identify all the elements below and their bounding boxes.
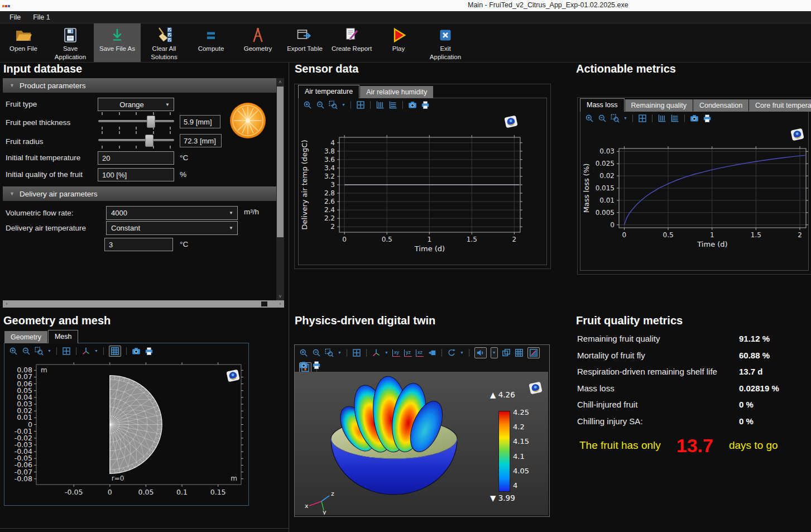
actionable-tab[interactable]: Condensation	[693, 99, 748, 112]
actionable-tab[interactable]: Mass loss	[580, 98, 625, 112]
flow-rate-dropdown[interactable]: 4000 ▼	[106, 206, 238, 220]
scene-icon[interactable]	[502, 348, 511, 357]
toolbar-separator	[370, 101, 371, 109]
toolbar-button[interactable]: Geometry	[234, 23, 281, 62]
geometry-mesh-tab[interactable]: Geometry	[4, 331, 47, 343]
delivery-temp-input[interactable]	[104, 238, 173, 251]
toolbar-separator	[103, 347, 104, 355]
toolbar-button[interactable]: Play	[375, 23, 422, 62]
zoom-out-icon[interactable]	[316, 100, 325, 109]
camera-icon[interactable]	[690, 114, 699, 123]
fit-icon[interactable]	[356, 100, 365, 109]
chevron-down-icon[interactable]: ▼	[460, 348, 464, 357]
chevron-down-icon[interactable]: ▼	[385, 348, 388, 357]
toolbar-button[interactable]: Exit Application	[422, 23, 469, 62]
grid-h-icon[interactable]	[388, 100, 397, 109]
zoom-box-icon[interactable]	[611, 114, 620, 123]
zoom-box-icon[interactable]	[329, 100, 338, 109]
zoom-in-icon[interactable]	[585, 114, 594, 123]
menu-item[interactable]: File	[3, 13, 27, 21]
view-xy-button[interactable]: xy	[392, 349, 400, 357]
chevron-down-icon[interactable]: ▼	[342, 100, 345, 109]
toolbar-button[interactable]: Save File As	[94, 23, 141, 62]
scroll-down-icon[interactable]: ˅	[276, 293, 284, 300]
rotate-icon[interactable]	[447, 348, 456, 357]
print-icon[interactable]	[145, 347, 153, 356]
view-xz-button[interactable]: xz	[416, 349, 424, 357]
camera-icon[interactable]	[299, 361, 308, 370]
chevron-down-icon[interactable]: ▼	[47, 347, 51, 356]
initial-temp-input[interactable]	[98, 151, 174, 165]
zoom-out-icon[interactable]	[22, 347, 31, 356]
fruit-radius-slider[interactable]	[98, 131, 174, 149]
print-icon[interactable]	[703, 114, 712, 123]
perspective-icon[interactable]	[428, 348, 436, 357]
toolbar-button[interactable]: Compute	[188, 23, 234, 62]
fit-icon[interactable]	[62, 347, 71, 356]
window-titlebar[interactable]: Main - FruiTed_v2_Citrus_App_Exp-01.02.2…	[0, 0, 811, 11]
scrollbar-thumb[interactable]	[277, 87, 284, 237]
zoom-out-icon[interactable]	[598, 114, 607, 123]
zoom-box-icon[interactable]	[35, 347, 44, 356]
axes3d-icon[interactable]	[81, 347, 90, 356]
initial-quality-input[interactable]	[98, 168, 174, 181]
initial-temp-label: Initial fruit temperature	[6, 154, 80, 162]
scroll-left-icon[interactable]: ‹	[3, 300, 11, 308]
sensor-tab[interactable]: Air temperature	[298, 85, 359, 98]
zoom-in-icon[interactable]	[299, 348, 308, 357]
fruit-type-dropdown[interactable]: Orange ▼	[98, 98, 174, 111]
light-icon[interactable]	[476, 348, 485, 357]
chevron-down-icon[interactable]: ▼	[338, 348, 342, 357]
scrollbar-thumb[interactable]	[261, 301, 267, 306]
sensor-tab[interactable]: Air relative humidity	[360, 86, 433, 98]
mass-loss-chart: 00.511.5200.0050.010.0150.020.0250.03Tim…	[581, 126, 810, 262]
input-horizontal-scrollbar[interactable]: ‹ ›	[3, 300, 284, 308]
print-icon[interactable]	[312, 361, 321, 370]
grid-h-icon[interactable]	[670, 114, 679, 123]
menu-item[interactable]: File 1	[27, 13, 56, 21]
toolbar-button[interactable]: Open File	[0, 23, 47, 62]
toolbar-button[interactable]: Export Table	[281, 23, 328, 62]
fruit-radius-value[interactable]: 72.3 [mm]	[180, 134, 222, 147]
grid-v-icon[interactable]	[658, 114, 666, 123]
actionable-tab[interactable]: Remaining quality	[625, 99, 693, 112]
input-vertical-scrollbar[interactable]: ˄ ˅	[276, 78, 284, 300]
zoom-in-icon[interactable]	[9, 347, 18, 356]
chevron-down-icon[interactable]: ▼	[94, 347, 98, 356]
print-icon[interactable]	[421, 100, 430, 109]
toolbar-button[interactable]: Save Application	[47, 23, 94, 62]
column-divider	[289, 63, 289, 532]
grid-v-icon[interactable]	[376, 100, 385, 109]
toolbar-separator	[351, 101, 351, 109]
zoom-box-icon[interactable]	[325, 348, 334, 357]
geometry-mesh-tab[interactable]: Mesh	[48, 330, 79, 343]
actionable-tab[interactable]: Core fruit temperature	[749, 99, 811, 112]
slider-handle[interactable]	[145, 135, 153, 147]
scroll-up-icon[interactable]: ˄	[276, 78, 284, 86]
air-temp-mode-dropdown[interactable]: Constant ▼	[106, 221, 238, 235]
axes3d-icon[interactable]	[372, 348, 381, 357]
gridmesh-icon[interactable]	[515, 348, 524, 357]
fit-icon[interactable]	[352, 348, 361, 357]
fruit-quality-table: Remaining fruit quality 91.12 % Mortalit…	[577, 330, 811, 429]
zoom-out-icon[interactable]	[312, 348, 321, 357]
view-yz-button[interactable]: yz	[404, 349, 412, 357]
gridmesh-icon[interactable]	[111, 347, 119, 356]
fit-icon[interactable]	[638, 114, 647, 123]
peel-thickness-label: Fruit peel thickness	[6, 118, 70, 127]
peel-thickness-slider[interactable]	[98, 112, 174, 130]
delivery-air-header[interactable]: ▼ Delivery air parameters	[3, 186, 276, 201]
camera-icon[interactable]	[132, 347, 141, 356]
zoom-in-icon[interactable]	[303, 100, 312, 109]
toolbar-button[interactable]: Create Report	[328, 23, 375, 62]
toolbar-button[interactable]: Clear All Solutions	[141, 23, 188, 62]
chevron-down-icon[interactable]: ▼	[623, 114, 627, 123]
clip1-icon[interactable]	[529, 348, 538, 357]
chevron-down-icon[interactable]: ▼	[492, 348, 496, 357]
product-parameters-header[interactable]: ▼ Product parameters	[3, 78, 276, 93]
peel-thickness-value[interactable]: 5.9 [mm]	[180, 115, 220, 128]
scroll-right-icon[interactable]: ›	[276, 300, 284, 308]
twin-viewport[interactable]: ▲ 4.26 4.254.24.154.14.054 ▼ 3.99 x y z	[295, 372, 548, 515]
camera-icon[interactable]	[408, 100, 417, 109]
slider-handle[interactable]	[147, 116, 155, 128]
